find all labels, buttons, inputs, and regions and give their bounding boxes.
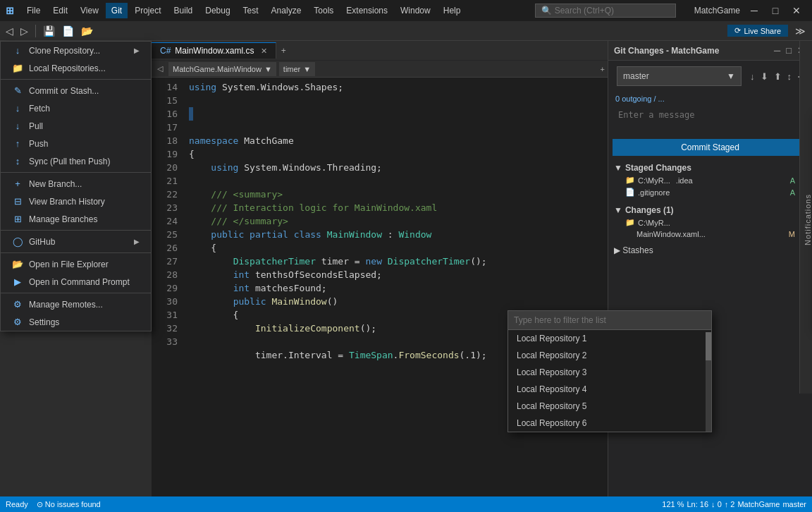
menu-sync[interactable]: ↕ Sync (Pull then Push) [1, 152, 151, 170]
tab-close[interactable]: ✕ [261, 47, 267, 56]
change-item-1-sub[interactable]: MainWindow.xaml... M [614, 228, 806, 240]
repos-scrollbar[interactable] [706, 332, 711, 432]
commit-staged-button[interactable]: Commit Staged [613, 139, 808, 156]
repo-item-1[interactable]: Local Repository 1 [508, 330, 703, 347]
toolbar: ◁ ▷ 💾 📄 📂 ⟳ Live Share ≫ [0, 21, 812, 41]
menu-help[interactable]: Help [438, 3, 467, 18]
fetch-down-icon[interactable]: ↓ [749, 70, 756, 83]
view-branch-history-label: View Branch History [29, 197, 105, 207]
toolbar-forward[interactable]: ▷ [18, 24, 31, 38]
repo-item-3[interactable]: Local Repository 3 [508, 364, 703, 381]
notifications-label[interactable]: Notifications [804, 194, 812, 245]
branch-row: master ▼ ↓ ⬇ ⬆ ↕ ⋯ [608, 61, 812, 92]
editor-tabs: C# MainWindow.xaml.cs ✕ + [152, 41, 608, 61]
status-zoom[interactable]: 121 % [662, 500, 684, 508]
menu-manage-branches[interactable]: ⊞ Manage Branches [1, 210, 151, 228]
staged-file-icon: 📄 [625, 188, 635, 197]
minimize-button[interactable]: ─ [744, 1, 764, 20]
selector-arrow-left[interactable]: ◁ [154, 64, 166, 73]
commit-message-input[interactable] [613, 106, 808, 134]
add-tab-button[interactable]: + [276, 46, 290, 56]
staged-changes-section: ▼ Staged Changes 📁 C:\MyR... .idea A 📄 .… [608, 159, 812, 201]
repo-item-4[interactable]: Local Repository 4 [508, 381, 703, 398]
close-button[interactable]: ✕ [787, 1, 806, 20]
repos-scrollbar-thumb[interactable] [706, 332, 711, 360]
status-issues[interactable]: ⊙ No issues found [37, 500, 101, 509]
search-input[interactable] [555, 6, 668, 16]
menu-tools[interactable]: Tools [308, 3, 339, 18]
search-bar[interactable]: 🔍 [535, 4, 676, 18]
pull-down-icon[interactable]: ⬇ [759, 70, 770, 83]
status-right: 121 % Ln: 16 ↓ 0 ↑ 2 MatchGame master [662, 500, 806, 508]
menu-analyze[interactable]: Analyze [266, 3, 307, 18]
staged-item-2-name: .gitignore [638, 188, 670, 197]
status-project[interactable]: MatchGame [737, 500, 780, 508]
menu-build[interactable]: Build [168, 3, 199, 18]
maximize-button[interactable]: □ [765, 1, 785, 20]
menu-open-file-explorer[interactable]: 📂 Open in File Explorer [1, 255, 151, 273]
push-up-icon[interactable]: ⬆ [773, 70, 783, 83]
status-branch[interactable]: master [782, 500, 806, 508]
status-line[interactable]: Ln: 16 [687, 500, 708, 508]
menu-push[interactable]: ↑ Push [1, 135, 151, 152]
changes-header[interactable]: ▼ Changes (1) [614, 204, 806, 217]
menu-open-cmd[interactable]: ▶ Open in Command Prompt [1, 273, 151, 291]
staged-item-1-path: C:\MyR... [638, 176, 670, 185]
repo-item-5[interactable]: Local Repository 5 [508, 398, 703, 415]
staged-arrow-icon: ▼ [614, 163, 622, 173]
open-file-explorer-label: Open in File Explorer [29, 260, 109, 269]
class-selector-arrow: ▼ [264, 65, 272, 73]
staged-item-2[interactable]: 📄 .gitignore A [614, 186, 806, 198]
menu-window[interactable]: Window [395, 3, 436, 18]
repo-item-2[interactable]: Local Repository 2 [508, 347, 703, 364]
menu-settings[interactable]: ⚙ Settings [1, 313, 151, 331]
toolbar-save[interactable]: 💾 [40, 24, 58, 38]
toolbar-extra[interactable]: ≫ [792, 24, 809, 38]
editor-extra-actions[interactable]: + [601, 65, 605, 73]
menu-view[interactable]: View [75, 3, 104, 18]
status-commits-up[interactable]: ↑ 2 [725, 500, 735, 508]
toolbar-back[interactable]: ◁ [3, 24, 16, 38]
toolbar-new[interactable]: 📄 [59, 24, 77, 38]
live-share-icon: ⟳ [734, 26, 741, 35]
outgoing-text[interactable]: 0 outgoing / ... [608, 92, 812, 106]
change-item-1[interactable]: 📁 C:\MyR... [614, 217, 806, 228]
menu-view-branch-history[interactable]: ⊟ View Branch History [1, 193, 151, 210]
change-item-1-letter: M [789, 230, 795, 238]
menu-manage-remotes[interactable]: ⚙ Manage Remotes... [1, 295, 151, 313]
class-selector[interactable]: MatchGame.MainWindow ▼ [168, 62, 276, 76]
menu-clone-repo[interactable]: ↓ Clone Repository... ▶ [1, 42, 151, 59]
branch-selector[interactable]: master ▼ [617, 66, 742, 86]
menu-fetch[interactable]: ↓ Fetch [1, 99, 151, 117]
menu-local-repos[interactable]: 📁 Local Repositories... [1, 59, 151, 77]
repo-item-6[interactable]: Local Repository 6 [508, 415, 703, 432]
method-selector[interactable]: timer ▼ [279, 62, 315, 76]
menu-new-branch[interactable]: + New Branch... [1, 175, 151, 193]
github-arrow: ▶ [134, 238, 140, 245]
staged-changes-header[interactable]: ▼ Staged Changes [614, 161, 806, 174]
clone-label: Clone Repository... [29, 46, 100, 56]
menu-test[interactable]: Test [238, 3, 264, 18]
panel-minimize-icon[interactable]: ─ [773, 44, 782, 57]
sync-panel-icon[interactable]: ↕ [786, 70, 794, 83]
menu-pull[interactable]: ↓ Pull [1, 117, 151, 135]
menu-commit-stash[interactable]: ✎ Commit or Stash... [1, 82, 151, 99]
menu-file[interactable]: File [21, 3, 46, 18]
menu-debug[interactable]: Debug [199, 3, 235, 18]
tab-mainwindow[interactable]: C# MainWindow.xaml.cs ✕ [152, 42, 276, 59]
menu-project[interactable]: Project [129, 3, 166, 18]
tab-label: MainWindow.xaml.cs [175, 46, 254, 56]
toolbar-open[interactable]: 📂 [78, 24, 96, 38]
repos-filter-input[interactable] [514, 314, 706, 327]
menu-git[interactable]: Git [106, 3, 128, 18]
menu-github[interactable]: ◯ GitHub ▶ [1, 233, 151, 250]
staged-item-1[interactable]: 📁 C:\MyR... .idea A [614, 174, 806, 186]
status-commits-down[interactable]: ↓ 0 [711, 500, 722, 508]
menu-edit[interactable]: Edit [47, 3, 73, 18]
menu-extensions[interactable]: Extensions [340, 3, 393, 18]
sync-label: Sync (Pull then Push) [29, 157, 110, 166]
panel-expand-icon[interactable]: □ [785, 44, 793, 57]
live-share-button[interactable]: ⟳ Live Share [727, 25, 788, 37]
stashes-section[interactable]: ▶ Stashes [608, 243, 812, 258]
settings-label: Settings [29, 317, 59, 327]
